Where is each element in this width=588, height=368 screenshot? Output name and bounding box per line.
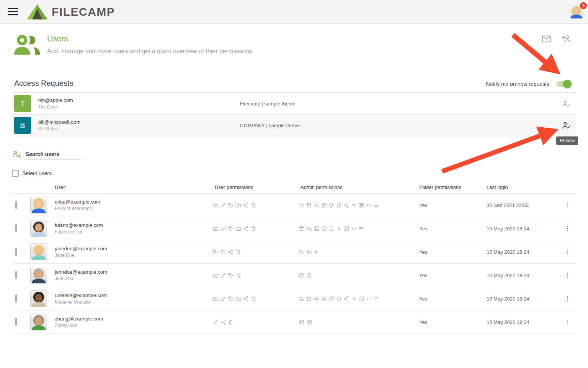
account-avatar[interactable]: 9 xyxy=(570,5,583,19)
notify-toggle[interactable] xyxy=(556,81,570,87)
header-actions xyxy=(541,34,572,44)
request-name: Tim Cook xyxy=(38,104,240,110)
column-header: Folder permissions xyxy=(416,184,483,190)
notification-badge: 9 xyxy=(580,2,587,9)
user-email: zhang@example.com xyxy=(55,316,212,322)
review-tooltip: Review xyxy=(556,136,578,145)
user-name: Zhang San xyxy=(55,323,212,328)
user-name: John Doe xyxy=(55,276,212,281)
review-request-button[interactable] xyxy=(561,121,571,130)
select-users-label: Select users xyxy=(22,170,52,176)
ballot-icon xyxy=(321,202,327,209)
user-name: Fulano de Tal xyxy=(55,229,212,235)
kebab-icon xyxy=(564,318,572,326)
edit-icon xyxy=(220,225,227,232)
code-icon xyxy=(366,202,372,209)
share-icon xyxy=(343,202,350,209)
row-checkbox[interactable] xyxy=(15,271,17,279)
label-icon xyxy=(220,249,227,255)
person-check-icon xyxy=(561,99,571,108)
user-avatar xyxy=(30,220,47,237)
kebab-icon xyxy=(564,225,572,232)
users-icon xyxy=(313,296,320,302)
folder-permissions-value: Yes xyxy=(416,296,483,302)
user-name: Erika Mustermann xyxy=(55,206,212,211)
row-menu-button[interactable] xyxy=(559,295,576,302)
style-icon xyxy=(336,296,342,302)
ballot-icon xyxy=(298,319,305,325)
folder-permissions-value: Yes xyxy=(416,249,483,255)
delete-icon xyxy=(250,296,256,302)
select-users-checkbox[interactable] xyxy=(12,170,19,177)
row-checkbox[interactable] xyxy=(15,318,17,326)
users-icon xyxy=(313,202,320,209)
row-checkbox[interactable] xyxy=(15,248,17,256)
share-icon xyxy=(227,249,234,255)
last-login-value: 30 Sep 2021 23:53 xyxy=(483,202,559,208)
message-users-button[interactable] xyxy=(541,34,552,44)
archive-icon xyxy=(306,296,312,302)
review-request-button[interactable] xyxy=(561,99,571,108)
user-row: erika@example.com Erika Mustermann Yes 3… xyxy=(12,194,576,217)
share-icon xyxy=(235,272,242,279)
list-icon xyxy=(373,296,379,302)
folder-add-icon xyxy=(235,225,242,232)
search-users-input[interactable] xyxy=(25,150,82,159)
access-requests-heading: Access Requests xyxy=(14,79,74,88)
add-user-button[interactable] xyxy=(561,34,572,44)
row-menu-button[interactable] xyxy=(559,201,576,209)
filecamp-users-page: FILECAMP 9 xyxy=(0,0,588,368)
mail-icon xyxy=(541,34,552,44)
code-icon xyxy=(351,225,357,232)
folder-download-icon xyxy=(212,225,219,232)
user-permissions xyxy=(212,319,297,325)
kebab-icon xyxy=(564,248,572,256)
row-menu-button[interactable] xyxy=(559,225,576,232)
user-permissions xyxy=(212,296,297,302)
logo-text: FILECAMP xyxy=(52,5,115,18)
style-icon xyxy=(306,272,312,279)
request-theme: COMPANY | sample theme xyxy=(240,123,561,128)
initial-avatar: B xyxy=(14,117,31,134)
filecamp-logo[interactable]: FILECAMP xyxy=(26,4,115,20)
user-avatar xyxy=(30,314,47,330)
archive-icon xyxy=(306,202,312,209)
users-group-icon xyxy=(13,33,41,59)
kebab-icon xyxy=(564,201,572,209)
user-permissions xyxy=(212,272,297,279)
user-email: fulano@example.com xyxy=(55,222,212,228)
user-permissions xyxy=(212,202,297,209)
folder-download-icon xyxy=(212,272,219,279)
user-avatar xyxy=(30,267,47,284)
user-permissions xyxy=(212,225,297,232)
page-subtitle: Add, manage and invite users and get a q… xyxy=(47,48,254,55)
column-header: Last login xyxy=(483,184,559,190)
last-login-value: 10 May 2020 18:24 xyxy=(483,296,559,302)
row-menu-button[interactable] xyxy=(559,318,576,326)
admin-permissions xyxy=(297,296,416,302)
row-checkbox[interactable] xyxy=(15,201,17,209)
folder-permissions-value: Yes xyxy=(416,202,483,208)
initial-avatar: T xyxy=(14,95,31,112)
article-icon xyxy=(358,202,364,209)
label-icon xyxy=(227,225,234,232)
palette-icon xyxy=(298,272,305,279)
delete-icon xyxy=(250,225,256,232)
article-icon xyxy=(358,296,364,302)
user-row: unetelle@example.com Madame Unetelle Yes… xyxy=(12,287,576,310)
list-icon xyxy=(373,202,379,209)
archive-icon xyxy=(298,225,305,232)
page-header: Users Add, manage and invite users and g… xyxy=(12,33,576,59)
menu-icon[interactable] xyxy=(8,8,18,15)
palette-icon xyxy=(321,225,327,232)
folder-permissions-value: Yes xyxy=(416,273,483,278)
row-menu-button[interactable] xyxy=(559,271,576,279)
row-checkbox[interactable] xyxy=(15,224,17,232)
select-users-row: Select users xyxy=(12,170,576,177)
row-menu-button[interactable] xyxy=(559,248,576,256)
access-request-list: T tim@apple.com Tim Cook Filecamp | samp… xyxy=(12,93,576,136)
label-icon xyxy=(227,296,234,302)
label-icon xyxy=(227,272,234,279)
request-name: Bill Gates xyxy=(38,126,240,131)
row-checkbox[interactable] xyxy=(15,294,17,302)
